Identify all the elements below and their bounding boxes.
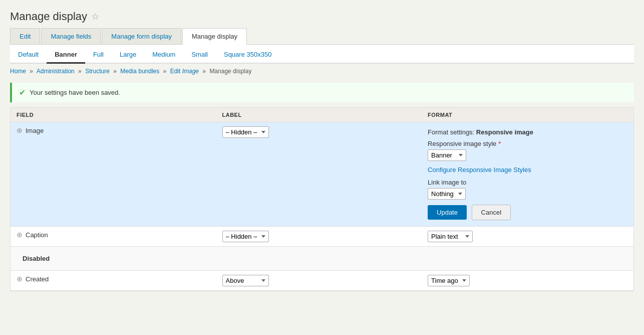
page-title-text: Manage display xyxy=(10,10,87,23)
breadcrumb-current: Manage display xyxy=(209,68,251,75)
breadcrumb-home[interactable]: Home xyxy=(10,68,26,75)
disabled-section-header-cell: Disabled xyxy=(11,247,633,271)
secondary-tab-banner[interactable]: Banner xyxy=(47,48,85,64)
col-header-field: FIELD xyxy=(11,108,216,122)
disabled-section-label: Disabled xyxy=(17,251,627,266)
breadcrumb-edit-image[interactable]: Edit Image xyxy=(170,68,199,75)
col-header-label: LABEL xyxy=(216,108,422,122)
table-row-image: ⊕ Image – Hidden – Above Inline xyxy=(11,122,633,227)
link-image-to-select[interactable]: Nothing Content File xyxy=(428,188,466,200)
format-settings-panel: Format settings: Responsive image Respon… xyxy=(428,126,627,222)
caption-field-cell: ⊕ Caption xyxy=(11,227,216,247)
required-star: * xyxy=(498,140,501,147)
tab-manage-display[interactable]: Manage display xyxy=(182,28,247,45)
caption-format-select[interactable]: Plain text Full HTML xyxy=(428,231,473,242)
created-label-select[interactable]: Above Inline – Hidden – xyxy=(222,275,269,286)
secondary-tabs-wrapper: Default Banner Full Large Medium Small S… xyxy=(10,45,634,64)
created-field-cell: ⊕ Created xyxy=(11,271,216,291)
link-image-to-label: Link image to xyxy=(428,179,627,186)
caption-field-name: Caption xyxy=(26,231,48,239)
fields-table: FIELD LABEL FORMAT ⊕ Image xyxy=(11,108,633,291)
created-field-name: Created xyxy=(26,275,49,283)
format-settings-title: Format settings: Responsive image xyxy=(428,128,627,136)
primary-tabs: Edit Manage fields Manage form display M… xyxy=(10,28,634,45)
table-row-created: ⊕ Created Above Inline – Hidden – xyxy=(11,271,633,291)
created-format-cell: Time ago Default xyxy=(422,271,633,291)
secondary-tab-small[interactable]: Small xyxy=(183,48,216,64)
update-button[interactable]: Update xyxy=(428,205,467,220)
created-label-cell: Above Inline – Hidden – xyxy=(216,271,422,291)
cancel-button[interactable]: Cancel xyxy=(472,205,511,220)
col-header-format: FORMAT xyxy=(422,108,633,122)
caption-label-cell: – Hidden – Above Inline xyxy=(216,227,422,247)
drag-handle-created[interactable]: ⊕ xyxy=(17,275,23,283)
table-row-caption: ⊕ Caption – Hidden – Above Inline xyxy=(11,227,633,247)
image-form-actions: Update Cancel xyxy=(428,205,627,220)
responsive-image-style-select[interactable]: Banner Full Large Medium Small xyxy=(428,149,466,161)
page-title: Manage display ☆ xyxy=(10,5,634,28)
fields-table-wrapper: FIELD LABEL FORMAT ⊕ Image xyxy=(10,107,634,291)
drag-handle-image[interactable]: ⊕ xyxy=(17,126,23,134)
secondary-tab-large[interactable]: Large xyxy=(112,48,144,64)
breadcrumb: Home » Administration » Structure » Medi… xyxy=(10,64,634,78)
checkmark-icon: ✔ xyxy=(19,88,26,97)
drag-handle-caption[interactable]: ⊕ xyxy=(17,231,23,239)
breadcrumb-administration[interactable]: Administration xyxy=(37,68,75,75)
secondary-tab-medium[interactable]: Medium xyxy=(144,48,183,64)
configure-responsive-image-link[interactable]: Configure Responsive Image Styles xyxy=(428,166,627,174)
tab-manage-fields[interactable]: Manage fields xyxy=(41,28,101,44)
secondary-tab-full[interactable]: Full xyxy=(85,48,112,64)
image-label-cell: – Hidden – Above Inline xyxy=(216,122,422,227)
secondary-tab-default[interactable]: Default xyxy=(10,48,47,64)
success-message: ✔ Your settings have been saved. xyxy=(10,83,634,102)
secondary-tabs: Default Banner Full Large Medium Small S… xyxy=(10,45,634,63)
responsive-image-style-label: Responsive image style * xyxy=(428,140,627,147)
caption-format-cell: Plain text Full HTML xyxy=(422,227,633,247)
image-format-cell: Format settings: Responsive image Respon… xyxy=(422,122,633,227)
tab-edit[interactable]: Edit xyxy=(10,28,40,44)
success-message-text: Your settings have been saved. xyxy=(30,89,120,96)
image-field-cell: ⊕ Image xyxy=(11,122,216,227)
breadcrumb-media-bundles[interactable]: Media bundles xyxy=(120,68,159,75)
secondary-tab-square[interactable]: Square 350x350 xyxy=(216,48,279,64)
created-format-select[interactable]: Time ago Default xyxy=(428,275,470,286)
responsive-style-select-wrap: Banner Full Large Medium Small xyxy=(428,149,627,161)
bookmark-star-icon[interactable]: ☆ xyxy=(91,11,99,22)
table-row-disabled-header: Disabled xyxy=(11,247,633,271)
link-image-to-select-wrap: Nothing Content File xyxy=(428,188,627,200)
image-field-name: Image xyxy=(26,127,44,134)
tab-manage-form-display[interactable]: Manage form display xyxy=(102,28,181,44)
caption-label-select[interactable]: – Hidden – Above Inline xyxy=(222,231,269,242)
breadcrumb-structure[interactable]: Structure xyxy=(85,68,110,75)
image-label-select[interactable]: – Hidden – Above Inline xyxy=(222,126,269,138)
